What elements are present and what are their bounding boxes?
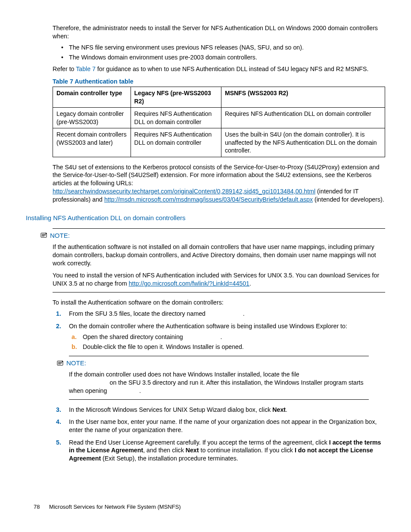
intro-bullets: The NFS file serving environment uses pr… — [53, 44, 385, 61]
note-text: If the domain controller used does not h… — [69, 370, 369, 395]
page-footer: 78 Microsoft Services for Network File S… — [34, 503, 181, 510]
substeps: Open the shared directory containing . D… — [69, 333, 385, 351]
list-item: The NFS file serving environment uses pr… — [53, 44, 385, 52]
install-steps: From the SFU 3.5 files, locate the direc… — [53, 310, 385, 462]
page-number: 78 — [34, 504, 40, 510]
col-header: MSNFS (WSS2003 R2) — [221, 87, 385, 108]
note-box: NOTE: If the domain controller used does… — [69, 356, 369, 399]
table-row: Legacy domain controller (pre-WSS2003) R… — [53, 108, 385, 128]
step-2: On the domain controller where the Authe… — [53, 322, 385, 399]
col-header: Domain controller type — [53, 87, 131, 108]
note-icon — [57, 360, 65, 368]
substep-a: Open the shared directory containing . — [69, 333, 385, 341]
kerberos-link-1[interactable]: http://searchwindowssecurity.techtarget.… — [53, 188, 315, 195]
install-lead: To install the Authentication software o… — [53, 299, 385, 307]
table-caption: Table 7 Authentication table — [53, 78, 385, 86]
note-text: If the authentication software is not in… — [53, 243, 385, 267]
auth-table: Domain controller type Legacy NFS (pre-W… — [53, 87, 385, 157]
step-3: In the Microsoft Windows Services for UN… — [53, 406, 385, 414]
step-1: From the SFU 3.5 files, locate the direc… — [53, 310, 385, 318]
sfu-download-link[interactable]: http://go.microsoft.com/fwlink/?LinkId=4… — [129, 280, 249, 287]
kerberos-link-2[interactable]: http://msdn.microsoft.com/msdnmag/issues… — [104, 196, 313, 203]
list-item: The Windows domain environment uses pre-… — [53, 53, 385, 62]
intro-para: Therefore, the administrator needs to in… — [53, 24, 385, 40]
s4u-para: The S4U set of extensions to the Kerbero… — [53, 163, 385, 204]
note-icon — [40, 232, 48, 240]
section-heading: Installing NFS Authentication DLL on dom… — [26, 214, 385, 222]
refer-line: Refer to Table 7 for guidance as to when… — [53, 65, 385, 73]
substep-b: Double-click the file to open it. Window… — [69, 343, 385, 351]
col-header: Legacy NFS (pre-WSS2003 R2) — [131, 87, 221, 108]
note-label: NOTE: — [50, 232, 70, 239]
note-box: NOTE: If the authentication software is … — [53, 228, 385, 292]
step-4: In the User name box, enter your name. I… — [53, 418, 385, 434]
table-row: Recent domain controllers (WSS2003 and l… — [53, 128, 385, 157]
footer-title: Microsoft Services for Network File Syst… — [49, 504, 181, 510]
step-5: Read the End User License Agreement care… — [53, 439, 385, 463]
note-text: You need to install the version of NFS A… — [53, 271, 385, 287]
table-ref-link[interactable]: Table 7 — [76, 65, 96, 72]
note-label: NOTE: — [66, 359, 86, 367]
